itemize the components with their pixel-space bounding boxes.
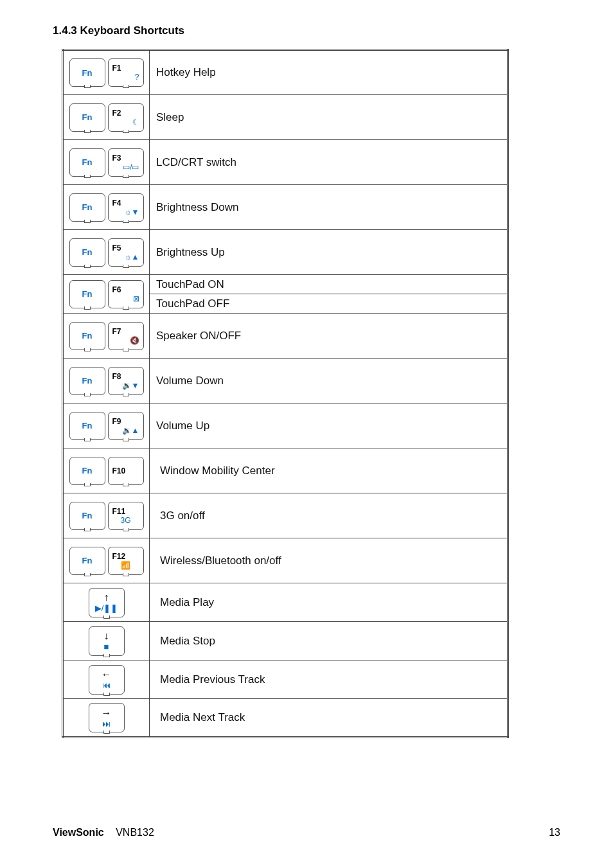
table-row: Fn F10 Window Mobility Center	[63, 448, 508, 493]
f9-key: F9🔉▲	[108, 412, 144, 440]
arrow-down-key: ↓ ■	[89, 626, 125, 656]
fn-key: Fn	[69, 502, 105, 530]
key-combo-cell: Fn F6⊠	[63, 275, 150, 314]
table-row: Fn F12📶 Wireless/Bluetooth on/off	[63, 538, 508, 583]
table-row: Fn F2☾ Sleep	[63, 95, 508, 140]
shortcut-desc: Media Stop	[150, 622, 508, 660]
display-switch-icon: ▭/▭	[123, 163, 139, 171]
arrow-up-key: ↑ ▶/❚❚	[89, 588, 125, 617]
key-combo-cell: Fn F5☼▲	[63, 230, 150, 275]
table-row: ↓ ■ Media Stop	[63, 622, 508, 660]
threeg-icon: 3G	[120, 517, 130, 524]
key-cell: ↓ ■	[63, 622, 150, 660]
table-row: → ⏭ Media Next Track	[63, 699, 508, 738]
arrow-up-icon: ↑	[104, 592, 109, 603]
table-row: Fn F6⊠ TouchPad ON	[63, 275, 508, 294]
table-row: Fn F3▭/▭ LCD/CRT switch	[63, 140, 508, 185]
touchpad-icon: ⊠	[133, 295, 139, 303]
shortcut-desc: Media Play	[150, 583, 508, 622]
prev-track-icon: ⏮	[102, 681, 111, 689]
footer-brand: ViewSonic	[53, 827, 104, 838]
shortcut-desc: LCD/CRT switch	[150, 140, 508, 185]
key-cell: ← ⏮	[63, 660, 150, 699]
key-combo-cell: Fn F12📶	[63, 538, 150, 583]
volume-down-icon: 🔉▼	[122, 382, 139, 389]
table-row: Fn F1? Hotkey Help	[63, 50, 508, 95]
arrow-right-key: → ⏭	[89, 703, 125, 732]
page-footer: ViewSonic VNB132 13	[53, 827, 560, 838]
table-row: Fn F113G 3G on/off	[63, 493, 508, 538]
f8-key: F8🔉▼	[108, 367, 144, 395]
f12-key: F12📶	[108, 547, 144, 575]
mute-icon: 🔇	[130, 337, 139, 344]
f3-key: F3▭/▭	[108, 148, 144, 177]
key-combo-cell: Fn F7🔇	[63, 314, 150, 359]
arrow-left-key: ← ⏮	[89, 665, 125, 695]
table-row: Fn F5☼▲ Brightness Up	[63, 230, 508, 275]
help-icon: ?	[135, 73, 139, 81]
sleep-icon: ☾	[132, 118, 139, 126]
key-combo-cell: Fn F3▭/▭	[63, 140, 150, 185]
shortcuts-table: Fn F1? Hotkey Help Fn F2☾ Sleep Fn F3▭/▭…	[62, 49, 509, 738]
key-cell: ↑ ▶/❚❚	[63, 583, 150, 622]
shortcut-desc: Volume Up	[150, 403, 508, 448]
shortcut-desc: Brightness Down	[150, 185, 508, 230]
section-heading: 1.4.3 Keyboard Shortcuts	[53, 24, 560, 37]
volume-up-icon: 🔉▲	[122, 427, 139, 434]
table-row: ↑ ▶/❚❚ Media Play	[63, 583, 508, 622]
fn-key: Fn	[69, 322, 105, 350]
key-combo-cell: Fn F2☾	[63, 95, 150, 140]
shortcut-desc: TouchPad OFF	[150, 294, 508, 314]
key-combo-cell: Fn F9🔉▲	[63, 403, 150, 448]
wireless-icon: 📶	[121, 562, 130, 569]
arrow-down-icon: ↓	[104, 631, 109, 641]
fn-key: Fn	[69, 103, 105, 132]
fn-key: Fn	[69, 280, 105, 308]
f7-key: F7🔇	[108, 322, 144, 350]
stop-icon: ■	[104, 642, 109, 651]
shortcut-desc: Sleep	[150, 95, 508, 140]
table-row: Fn F7🔇 Speaker ON/OFF	[63, 314, 508, 359]
f2-key: F2☾	[108, 103, 144, 132]
shortcut-desc: Media Next Track	[150, 699, 508, 738]
arrow-left-icon: ←	[102, 669, 112, 680]
key-combo-cell: Fn F10	[63, 448, 150, 493]
key-combo-cell: Fn F1?	[63, 50, 150, 95]
shortcut-desc: 3G on/off	[150, 493, 508, 538]
brightness-up-icon: ☼▲	[125, 253, 139, 261]
shortcut-desc: Brightness Up	[150, 230, 508, 275]
table-row: Fn F8🔉▼ Volume Down	[63, 359, 508, 403]
shortcut-desc: Wireless/Bluetooth on/off	[150, 538, 508, 583]
table-row: Fn F9🔉▲ Volume Up	[63, 403, 508, 448]
f10-key: F10	[108, 457, 144, 485]
table-row: Fn F4☼▼ Brightness Down	[63, 185, 508, 230]
shortcut-desc: Window Mobility Center	[150, 448, 508, 493]
next-track-icon: ⏭	[102, 720, 111, 728]
brightness-down-icon: ☼▼	[125, 208, 139, 216]
arrow-right-icon: →	[102, 708, 112, 718]
fn-key: Fn	[69, 148, 105, 177]
key-combo-cell: Fn F8🔉▼	[63, 359, 150, 403]
shortcut-desc: Speaker ON/OFF	[150, 314, 508, 359]
shortcut-desc: Hotkey Help	[150, 50, 508, 95]
f5-key: F5☼▲	[108, 238, 144, 267]
play-pause-icon: ▶/❚❚	[95, 604, 118, 612]
f4-key: F4☼▼	[108, 193, 144, 222]
f6-key: F6⊠	[108, 280, 144, 308]
key-combo-cell: Fn F4☼▼	[63, 185, 150, 230]
fn-key: Fn	[69, 58, 105, 87]
shortcut-desc: Media Previous Track	[150, 660, 508, 699]
shortcut-desc: Volume Down	[150, 359, 508, 403]
fn-key: Fn	[69, 457, 105, 485]
fn-key: Fn	[69, 367, 105, 395]
key-cell: → ⏭	[63, 699, 150, 738]
shortcut-desc: TouchPad ON	[150, 275, 508, 294]
page-number: 13	[549, 827, 560, 838]
table-row: ← ⏮ Media Previous Track	[63, 660, 508, 699]
fn-key: Fn	[69, 238, 105, 267]
key-combo-cell: Fn F113G	[63, 493, 150, 538]
fn-key: Fn	[69, 412, 105, 440]
f11-key: F113G	[108, 502, 144, 530]
f1-key: F1?	[108, 58, 144, 87]
fn-key: Fn	[69, 193, 105, 222]
